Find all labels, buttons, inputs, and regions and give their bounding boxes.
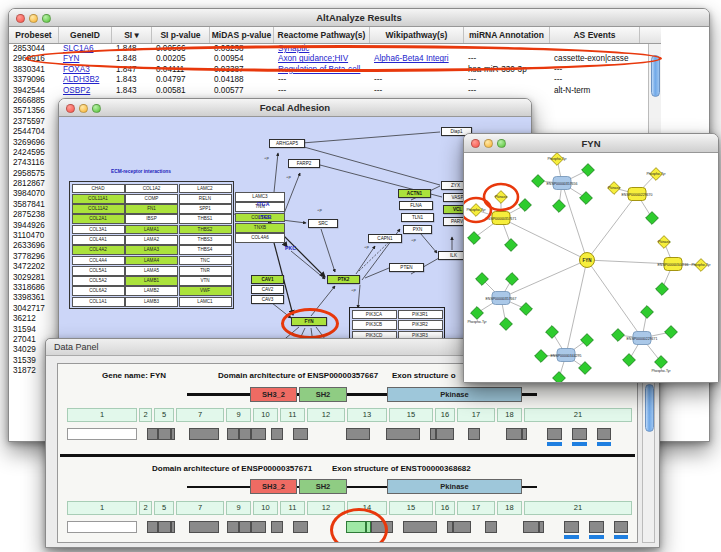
exon-12[interactable]: 12	[307, 408, 345, 422]
domain-node[interactable]	[500, 318, 513, 331]
exon-block[interactable]	[522, 428, 527, 440]
column-header-si-p-value[interactable]: SI p-value	[152, 27, 210, 43]
domain-node[interactable]	[468, 232, 481, 245]
cell-reactome[interactable]: Synaptic	[274, 44, 370, 54]
exon-block[interactable]	[293, 428, 308, 440]
exon-block[interactable]	[251, 521, 266, 533]
domain-node[interactable]	[623, 354, 636, 367]
ecm-gene-THBS4[interactable]: THBS4	[179, 245, 232, 255]
ecm-gene-COL5A2[interactable]: COL5A2	[72, 276, 125, 286]
exon-5[interactable]: 5	[154, 501, 174, 515]
exon-block[interactable]	[67, 521, 137, 533]
ecm-gene-LAMA1[interactable]: LAMA1	[125, 225, 178, 235]
exon-9[interactable]: 9	[226, 501, 251, 515]
domain-Pkinase[interactable]: Pkinase	[387, 387, 522, 402]
pathway-node-FLNA[interactable]: FLNA	[399, 201, 433, 210]
exon-17[interactable]: 17	[457, 408, 495, 422]
domain-node-pkinase[interactable]: Pkinase	[608, 182, 621, 195]
domain-node-phospho-tyr[interactable]: Phospho-Tyr	[651, 356, 671, 373]
cell-wiki[interactable]: Alpha6-Beta4 Integri	[370, 54, 464, 64]
domain-node[interactable]	[520, 303, 533, 316]
cell-gene[interactable]: ALDH3B2	[59, 75, 112, 85]
pathway-node-CAV1[interactable]: CAV1	[251, 275, 284, 284]
exon-block[interactable]	[293, 521, 308, 533]
ecm-gene-LAMB1[interactable]: LAMB1	[125, 276, 178, 286]
domain-node-pkinase[interactable]: Pkinase	[658, 236, 671, 249]
ecm-gene-VTN[interactable]: VTN	[179, 276, 232, 286]
column-header-mirna-annotation[interactable]: miRNA Annotation	[464, 27, 550, 43]
exon-2[interactable]: 2	[139, 501, 152, 515]
domain-node[interactable]	[582, 164, 595, 177]
exon-13[interactable]: 13	[347, 408, 387, 422]
exon-block[interactable]	[485, 521, 497, 533]
ecm-gene-LAMA3[interactable]: LAMA3	[125, 245, 178, 255]
protein-node-ENSP00000357656[interactable]: ENSP00000357656	[547, 177, 578, 190]
exon-7[interactable]: 7	[176, 501, 224, 515]
pathway-gene-PIK3R1[interactable]: PIK3R1	[398, 310, 443, 320]
exon-block[interactable]	[189, 428, 219, 440]
ecm-gene-COL4A1[interactable]: COL4A1	[72, 235, 125, 245]
exon-block[interactable]	[271, 428, 283, 440]
domain-node-phospho-tyr[interactable]: Phospho-Tyr	[466, 204, 486, 217]
cell-gene[interactable]: OSBP2	[59, 86, 112, 96]
minimize-button[interactable]	[79, 104, 88, 113]
exon-2[interactable]: 2	[139, 408, 152, 422]
cell-reactome[interactable]: Axon guidance;HIV	[274, 54, 370, 64]
ecm-gene-LAMB3[interactable]: LAMB3	[125, 297, 178, 307]
ecm-gene-CHAD[interactable]: CHAD	[72, 184, 125, 194]
domain-SH2[interactable]: SH2	[299, 479, 347, 494]
exon-7[interactable]: 7	[176, 408, 224, 422]
exon-block[interactable]	[597, 428, 611, 446]
exon-21[interactable]: 21	[524, 501, 632, 515]
exon-5[interactable]: 5	[154, 408, 174, 422]
exon-block[interactable]	[271, 521, 283, 533]
exon-block[interactable]	[158, 521, 171, 533]
column-header-si[interactable]: SI ▾	[112, 27, 152, 43]
ecm-gene-COL2A1[interactable]: COL2A1	[72, 214, 125, 224]
exon-block[interactable]	[67, 428, 137, 440]
exon-block[interactable]	[239, 521, 251, 533]
pathway-gene-PIK3CB[interactable]: PIK3CB	[352, 320, 397, 330]
exon-17[interactable]: 17	[457, 501, 495, 515]
ecm-gene-LAMA5[interactable]: LAMA5	[125, 266, 178, 276]
exon-15[interactable]: 15	[389, 501, 433, 515]
exon-9[interactable]: 9	[226, 408, 251, 422]
ecm-gene-THBS2[interactable]: THBS2	[179, 225, 232, 235]
fyn-titlebar[interactable]: FYN	[464, 134, 718, 153]
domain-node[interactable]	[612, 329, 625, 342]
ecm-gene-LAMA2[interactable]: LAMA2	[125, 235, 178, 245]
exon-1[interactable]: 1	[67, 408, 137, 422]
domain-node[interactable]	[580, 192, 593, 205]
domain-node-phospho-tyr[interactable]: Phospho-Tyr	[547, 153, 567, 165]
minimize-button[interactable]	[484, 139, 493, 148]
domain-node[interactable]	[535, 350, 548, 363]
cell-gene[interactable]: FOXA3	[59, 65, 112, 75]
pathway-node-CAV3[interactable]: CAV3	[251, 295, 284, 304]
ecm-gene-TNC[interactable]: TNC	[179, 256, 232, 266]
protein-node-ENSP00000344746[interactable]: ENSP00000344746	[658, 258, 689, 271]
exon-block[interactable]	[564, 521, 579, 539]
exon-11[interactable]: 11	[280, 408, 305, 422]
zoom-button[interactable]	[92, 104, 101, 113]
domain-node-phospho-tyr[interactable]: Phospho-Tyr	[691, 259, 711, 272]
exon-block[interactable]	[227, 428, 239, 440]
ecm-gene-TNXB[interactable]: TNXB	[235, 223, 285, 233]
pathway-node-ARHGAP5[interactable]: ARHGAP5	[269, 139, 305, 148]
domain-Pkinase[interactable]: Pkinase	[387, 479, 522, 494]
ecm-gene-LAMA4[interactable]: LAMA4	[125, 256, 178, 266]
ecm-gene-THBS1[interactable]: THBS1	[179, 214, 232, 224]
exon-16[interactable]: 16	[435, 501, 455, 515]
ecm-gene-COL1A1[interactable]: COL1A1	[72, 297, 125, 307]
pathway-node-PTEN[interactable]: PTEN	[389, 263, 424, 272]
included-exon-block[interactable]	[346, 521, 366, 533]
domain-node[interactable]	[581, 334, 594, 347]
cell-gene[interactable]: FYN	[59, 54, 112, 64]
exon-10[interactable]: 10	[253, 408, 278, 422]
domain-node[interactable]	[519, 199, 532, 212]
zoom-button[interactable]	[42, 14, 51, 23]
exon-block[interactable]	[158, 428, 171, 440]
protein-node-ENSP00000229471[interactable]: ENSP00000229471	[627, 332, 658, 345]
exon-block[interactable]	[239, 428, 251, 440]
ecm-gene-LAMC1[interactable]: LAMC1	[179, 297, 232, 307]
exon-block[interactable]	[436, 428, 454, 440]
